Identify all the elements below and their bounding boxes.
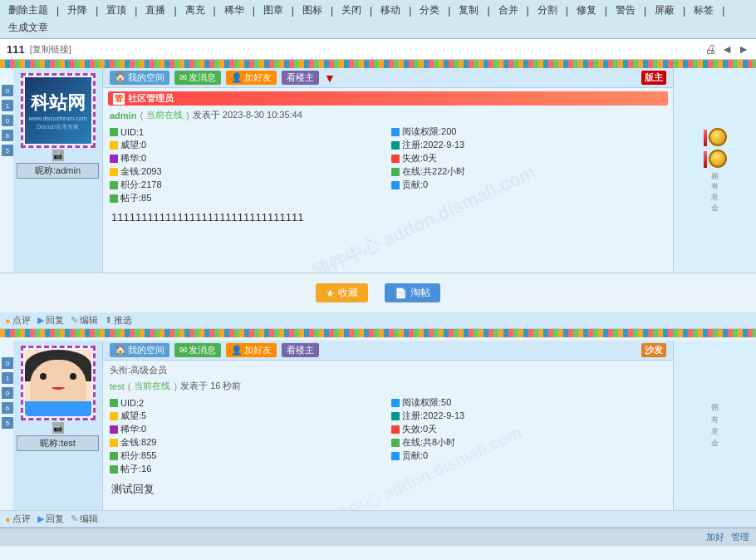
username-1[interactable]: admin xyxy=(110,111,136,120)
nav-icon-5[interactable]: 5 xyxy=(2,145,13,156)
print-icon[interactable]: 🖨 xyxy=(704,42,716,56)
post-2-photo-icon[interactable]: 📷 xyxy=(52,422,64,434)
doc-icon: 📄 xyxy=(395,287,407,299)
ji-icon-2 xyxy=(110,452,118,460)
stat-register-1: 注册:2022-9-13 xyxy=(391,139,666,151)
edit-icon: ✎ xyxy=(71,315,78,326)
nav2-icon-5[interactable]: 5 xyxy=(2,417,13,429)
toolbar-split[interactable]: 分割 xyxy=(534,2,561,18)
report-btn[interactable]: 📄 淘帖 xyxy=(385,283,440,302)
toolbar-pin[interactable]: 置顶 xyxy=(103,2,130,18)
post-2-meta-line: test ( 当前在线 ) 发表于 16 秒前 xyxy=(110,380,666,392)
push-btn-1[interactable]: ⬆ 推选 xyxy=(105,314,132,327)
view-op-btn-1[interactable]: 看楼主 xyxy=(282,71,319,85)
nav2-icon-3[interactable]: 0 xyxy=(2,387,13,399)
weiwang-icon xyxy=(110,141,118,150)
jinbi-icon xyxy=(110,168,118,176)
side-nav-icons-2: 0 1 0 6 5 xyxy=(2,357,13,429)
nav2-icon-1[interactable]: 0 xyxy=(2,357,13,369)
post-2-role-badge: 沙发 xyxy=(641,343,666,357)
toolbar-close[interactable]: 关闭 xyxy=(338,2,365,18)
register-icon xyxy=(391,141,400,150)
post-1-nickname: 昵称:admin xyxy=(17,163,99,179)
add-friend-btn-2[interactable]: 👤 加好友 xyxy=(226,343,277,357)
prev-icon[interactable]: ◄ xyxy=(721,42,733,56)
stat-cihua-1: 稀华:0 xyxy=(110,152,385,165)
toolbar-merge[interactable]: 合并 xyxy=(495,2,522,18)
stat-offline-1: 失效:0天 xyxy=(391,152,666,165)
posted-at-2: 发表于 16 秒前 xyxy=(180,380,241,392)
reply-btn-1[interactable]: ▶ 回复 xyxy=(37,314,64,327)
post-1-header-bar: 🏠 我的空间 ✉ 发消息 👤 加好友 看楼主 ▼ xyxy=(103,68,673,88)
post-1-bottom-bar: ● 点评 ▶ 回复 ✎ 编辑 ⬆ 推选 xyxy=(0,312,756,329)
toolbar-sparse[interactable]: 稀华 xyxy=(221,2,248,18)
toolbar-stamp[interactable]: 图章 xyxy=(260,2,287,18)
reads-icon xyxy=(391,128,400,136)
stat-fengong-1: 贡献:0 xyxy=(391,179,666,191)
reply-btn-2[interactable]: ▶ 回复 xyxy=(37,513,64,525)
comment-btn-1[interactable]: ● 点评 xyxy=(5,314,31,327)
dropdown-icon-1[interactable]: ▼ xyxy=(324,71,336,85)
stat-uid-1: UID:1 xyxy=(110,125,385,138)
next-icon[interactable]: ► xyxy=(738,42,749,56)
nav-icon-3[interactable]: 0 xyxy=(2,115,13,126)
post-1-stats: UID:1 阅读权限:200 威望:0 注册:2022-9-13 稀华:0 xyxy=(103,124,673,206)
toolbar-delete[interactable]: 删除主题 xyxy=(5,2,52,18)
toolbar-icon[interactable]: 图标 xyxy=(299,2,326,18)
nav2-icon-4[interactable]: 6 xyxy=(2,402,13,414)
post-1-main: 🏠 我的空间 ✉ 发消息 👤 加好友 看楼主 ▼ xyxy=(103,68,673,273)
collect-btn[interactable]: ★ 收藏 xyxy=(316,283,368,302)
toolbar-sep: | xyxy=(444,4,454,17)
toolbar-mask[interactable]: 屏蔽 xyxy=(651,2,678,18)
post-2-main: 🏠 我的空间 ✉ 发消息 👤 加好友 看楼主 沙发 xyxy=(103,341,673,510)
footer-jiahao[interactable]: 加好 xyxy=(706,531,724,543)
admin-label: 社区管理员 xyxy=(128,92,174,105)
post-2-row: 0 1 0 6 5 📷 昵 xyxy=(0,341,756,510)
stat-register-2: 注册:2022-9-13 xyxy=(391,410,666,422)
avatar-logo-main: 科站网 xyxy=(31,91,86,115)
deco-top xyxy=(0,60,756,68)
toolbar-generate[interactable]: 生成文章 xyxy=(5,20,52,36)
edit-btn-1[interactable]: ✎ 编辑 xyxy=(71,314,98,327)
toolbar-warn[interactable]: 警告 xyxy=(612,2,639,18)
star-icon: ★ xyxy=(326,287,335,299)
post-1-row: 0 1 0 6 5 科站网 www.discuzforum.com Discuz… xyxy=(0,68,756,273)
post-2-right-col: 拥 有 意 会 xyxy=(673,341,756,510)
toolbar-promote[interactable]: 升降 xyxy=(64,2,91,18)
send-msg-btn-2[interactable]: ✉ 发消息 xyxy=(174,343,221,357)
toolbar-sep: | xyxy=(601,4,611,17)
toolbar-move[interactable]: 移动 xyxy=(377,2,404,18)
toolbar-copy[interactable]: 复制 xyxy=(455,2,482,18)
post-2-avatar xyxy=(25,350,91,416)
toolbar-sep: | xyxy=(327,4,336,17)
toolbar-sep: | xyxy=(523,4,533,17)
friend-icon: 👤 xyxy=(231,72,243,83)
send-msg-btn-1[interactable]: ✉ 发消息 xyxy=(174,71,221,85)
page-header-left: 111 [复制链接] xyxy=(7,43,71,56)
nav-icon-1[interactable]: 0 xyxy=(2,85,13,96)
post-2-stats: UID:2 阅读权限:50 威望:5 注册:2022-9-13 稀华:0 xyxy=(103,395,673,477)
friend-icon-2: 👤 xyxy=(231,345,243,356)
add-friend-btn-1[interactable]: 👤 加好友 xyxy=(226,71,277,85)
toolbar-live[interactable]: 直播 xyxy=(142,2,169,18)
my-space-btn-2[interactable]: 🏠 我的空间 xyxy=(110,343,169,357)
toolbar-classify[interactable]: 分类 xyxy=(416,2,443,18)
toolbar-gift[interactable]: 离充 xyxy=(182,2,209,18)
deco-separator xyxy=(0,329,756,337)
edit-btn-2[interactable]: ✎ 编辑 xyxy=(71,513,98,525)
comment-btn-2[interactable]: ● 点评 xyxy=(5,513,31,525)
copy-link[interactable]: [复制链接] xyxy=(30,43,71,56)
edit-icon-2: ✎ xyxy=(71,513,78,524)
view-op-btn-2[interactable]: 看楼主 xyxy=(282,343,319,357)
nav-icon-4[interactable]: 6 xyxy=(2,130,13,141)
stat-tiezi-2: 帖子:16 xyxy=(110,463,385,475)
toolbar-tag[interactable]: 标签 xyxy=(690,2,717,18)
nav2-icon-2[interactable]: 1 xyxy=(2,372,13,384)
my-space-btn-1[interactable]: 🏠 我的空间 xyxy=(110,71,169,85)
footer-manage[interactable]: 管理 xyxy=(731,531,749,543)
nav-icon-2[interactable]: 1 xyxy=(2,100,13,111)
page-footer: 加好 管理 xyxy=(0,528,756,546)
post-2-body: 测试回复 DISCUZ! 插件中心 addon.dismall.com xyxy=(103,477,673,510)
toolbar-fix[interactable]: 修复 xyxy=(573,2,600,18)
post-1-photo-icon[interactable]: 📷 xyxy=(52,150,64,161)
